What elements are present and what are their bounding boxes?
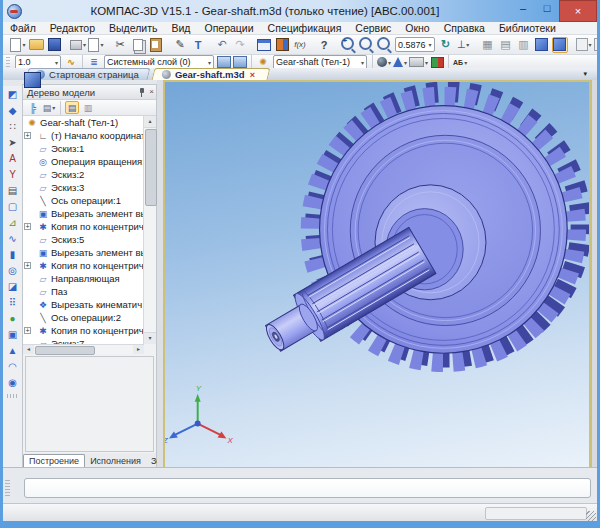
- menu-window[interactable]: Окно: [398, 22, 436, 34]
- preview-button[interactable]: ▾: [88, 37, 104, 53]
- tree-vertical-scrollbar[interactable]: ▴ ▾: [143, 116, 156, 344]
- orientation-button[interactable]: ⟂▾: [456, 37, 472, 53]
- model-canvas[interactable]: Y X Z: [165, 82, 589, 467]
- panel-sheet-button[interactable]: ▤: [4, 182, 21, 198]
- tree-viewmode-button[interactable]: ▤▾: [42, 101, 56, 114]
- tree-item-axis1[interactable]: ╲Ось операции:1: [23, 194, 144, 207]
- panel-cut-button[interactable]: ◪: [4, 278, 21, 294]
- tree-item-sketch7[interactable]: ▱Эскиз:7: [23, 337, 144, 344]
- context-help-button[interactable]: ?: [316, 37, 332, 53]
- open-button[interactable]: [28, 37, 44, 53]
- panel-revolve-button[interactable]: ◎: [4, 262, 21, 278]
- panel-surface-button[interactable]: ●: [4, 310, 21, 326]
- panel-fillet-button[interactable]: ◠: [4, 358, 21, 374]
- refresh-button[interactable]: ↻: [438, 37, 454, 53]
- tree-item-pattern2[interactable]: +✱Копия по концентрич: [23, 259, 144, 272]
- wireframe-button[interactable]: ▦: [480, 37, 496, 53]
- spell-button[interactable]: АБ▾: [453, 56, 467, 69]
- scroll-left-icon[interactable]: ◂: [23, 345, 34, 354]
- library-button[interactable]: [274, 37, 290, 53]
- menu-service[interactable]: Сервис: [348, 22, 398, 34]
- message-bar-grip[interactable]: [5, 480, 10, 498]
- panel-measure-button[interactable]: ⊿: [4, 214, 21, 230]
- simplified-display-button[interactable]: ▾: [576, 37, 592, 53]
- panel-close-icon[interactable]: ×: [149, 87, 154, 97]
- tree-item-root[interactable]: ✺Gear-shaft (Тел-1): [23, 116, 144, 129]
- menu-libraries[interactable]: Библиотеки: [492, 22, 563, 34]
- panel-solid-button[interactable]: ▣: [4, 326, 21, 342]
- menu-view[interactable]: Вид: [164, 22, 197, 34]
- save-button[interactable]: [46, 37, 62, 53]
- panel-geometry-button[interactable]: ◆: [4, 102, 21, 118]
- zoom-area-button[interactable]: [358, 37, 374, 53]
- body-icon-button[interactable]: ✺: [256, 56, 270, 69]
- layer-settings-button[interactable]: [233, 56, 247, 69]
- viewport[interactable]: Y X Z: [163, 80, 591, 467]
- properties-button[interactable]: T: [190, 37, 206, 53]
- layer-manage-button[interactable]: [217, 56, 231, 69]
- tree-item-revolve[interactable]: ◎Операция вращения:: [23, 155, 144, 168]
- section-display-button[interactable]: ▾: [594, 37, 600, 53]
- tree-item-sketch2[interactable]: ▱Эскиз:2: [23, 168, 144, 181]
- tab-gear-shaft[interactable]: Gear-shaft.m3d ×: [152, 68, 271, 80]
- menu-file[interactable]: Файл: [3, 22, 43, 34]
- scroll-thumb[interactable]: [145, 129, 157, 206]
- menu-help[interactable]: Справка: [437, 22, 492, 34]
- snap-button[interactable]: ∿: [64, 56, 78, 69]
- hidden-lines-thin-button[interactable]: ▥: [516, 37, 532, 53]
- tab-close-icon[interactable]: ×: [250, 70, 255, 80]
- tree-item-groove[interactable]: ▱Паз: [23, 285, 144, 298]
- shaded-button[interactable]: [534, 37, 550, 53]
- scroll-thumb[interactable]: [35, 346, 95, 355]
- material-button[interactable]: ▾: [377, 56, 391, 69]
- panel-curves-button[interactable]: ∿: [4, 230, 21, 246]
- expander[interactable]: +: [24, 327, 31, 334]
- expander[interactable]: +: [24, 223, 31, 230]
- panel-points-button[interactable]: ∷: [4, 118, 21, 134]
- body-display-button[interactable]: ▾: [393, 56, 407, 69]
- tree-item-sketch1[interactable]: ▱Эскиз:1: [23, 142, 144, 155]
- tab-list-button[interactable]: ▾: [583, 70, 587, 78]
- tab-versions[interactable]: Исполнения: [85, 455, 146, 467]
- tree-item-pattern1[interactable]: +✱Копия по концентрич: [23, 220, 144, 233]
- paste-button[interactable]: [148, 37, 164, 53]
- panel-grip[interactable]: [7, 394, 18, 398]
- undo-button[interactable]: ↶: [214, 37, 230, 53]
- tree-item-sketch3[interactable]: ▱Эскиз:3: [23, 181, 144, 194]
- panel-rectangle-button[interactable]: ▢: [4, 198, 21, 214]
- tree-structure-button[interactable]: ╠: [26, 101, 40, 114]
- menu-specification[interactable]: Спецификация: [261, 22, 349, 34]
- panel-cone-button[interactable]: ▲: [4, 342, 21, 358]
- tree-item-cut1[interactable]: ▣Вырезать элемент вы: [23, 207, 144, 220]
- panel-snap-button[interactable]: ➤: [4, 134, 21, 150]
- active-panel-icon[interactable]: [24, 72, 41, 88]
- resize-grip[interactable]: [586, 511, 596, 521]
- expander[interactable]: +: [24, 132, 31, 139]
- check-button[interactable]: [430, 56, 444, 69]
- maximize-button[interactable]: □: [535, 0, 559, 19]
- model-tree-header[interactable]: Дерево модели ×: [23, 85, 156, 100]
- tab-start-page[interactable]: Стартовая страница: [26, 68, 151, 80]
- cut-button[interactable]: ✂: [112, 37, 128, 53]
- minimize-button[interactable]: –: [511, 0, 535, 19]
- pin-icon[interactable]: [136, 87, 146, 97]
- panel-dimensions-button[interactable]: A: [4, 150, 21, 166]
- tree-additional-button[interactable]: ▥: [81, 101, 95, 114]
- menu-operations[interactable]: Операции: [197, 22, 260, 34]
- tree-item-cut2[interactable]: ▣Вырезать элемент вы: [23, 246, 144, 259]
- new-document-button[interactable]: ▾: [10, 37, 26, 53]
- print-button[interactable]: ▾: [70, 37, 86, 53]
- titlebar[interactable]: КОМПАС-3D V15.1 - Gear-shaft.m3d (только…: [3, 0, 597, 22]
- copy-button[interactable]: [130, 37, 146, 53]
- close-button[interactable]: ×: [559, 0, 597, 22]
- stamp-button[interactable]: ▾: [409, 56, 428, 69]
- scale-combo[interactable]: 0.5876▾: [395, 37, 435, 52]
- tree-item-sketch5[interactable]: ▱Эскиз:5: [23, 233, 144, 246]
- expander[interactable]: +: [24, 262, 31, 269]
- copy-properties-button[interactable]: ✎: [172, 37, 188, 53]
- zoom-fit-button[interactable]: [376, 37, 392, 53]
- panel-hole-button[interactable]: ◉: [4, 374, 21, 390]
- shaded-edges-button[interactable]: [552, 37, 568, 53]
- menu-editor[interactable]: Редактор: [43, 22, 102, 34]
- scroll-up-icon[interactable]: ▴: [144, 116, 156, 128]
